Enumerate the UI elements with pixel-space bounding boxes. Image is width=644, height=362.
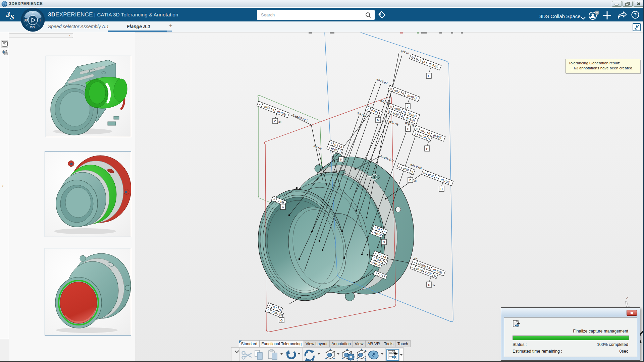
- svg-text:J: J: [407, 105, 409, 108]
- svg-text:M: M: [377, 119, 380, 122]
- svg-text:F: F: [407, 127, 409, 131]
- svg-text:?: ?: [634, 12, 637, 17]
- svg-text:φ30.5 g7: φ30.5 g7: [376, 78, 388, 85]
- svg-text:i: i: [40, 18, 41, 22]
- svg-text:E: E: [428, 283, 430, 287]
- svg-text:2x: 2x: [432, 284, 435, 287]
- svg-text:3x: 3x: [278, 120, 281, 123]
- svg-text:3: 3: [6, 10, 10, 18]
- svg-text:K: K: [340, 158, 342, 161]
- svg-text:3D: 3D: [24, 18, 28, 22]
- svg-text:3.9 H8: 3.9 H8: [357, 112, 366, 118]
- svg-text:C: C: [274, 120, 276, 123]
- svg-text:G: G: [280, 319, 283, 322]
- svg-text:φ72 p7: φ72 p7: [400, 49, 410, 56]
- svg-text:φ42 H8: φ42 H8: [380, 99, 390, 106]
- svg-text:H: H: [440, 187, 443, 191]
- svg-text:z: z: [626, 295, 628, 300]
- svg-text:V.R: V.R: [30, 25, 35, 28]
- svg-text:P: P: [426, 147, 428, 150]
- svg-text:B: B: [409, 179, 411, 182]
- svg-text:2x: 2x: [414, 179, 416, 182]
- svg-text:A: A: [282, 205, 284, 209]
- svg-text:φ35 H8: φ35 H8: [389, 120, 399, 127]
- svg-text:L: L: [428, 74, 430, 78]
- svg-text:S: S: [10, 13, 14, 20]
- svg-text:N: N: [383, 241, 385, 244]
- svg-text:2 xφ75.5 f7: 2 xφ75.5 f7: [380, 155, 394, 163]
